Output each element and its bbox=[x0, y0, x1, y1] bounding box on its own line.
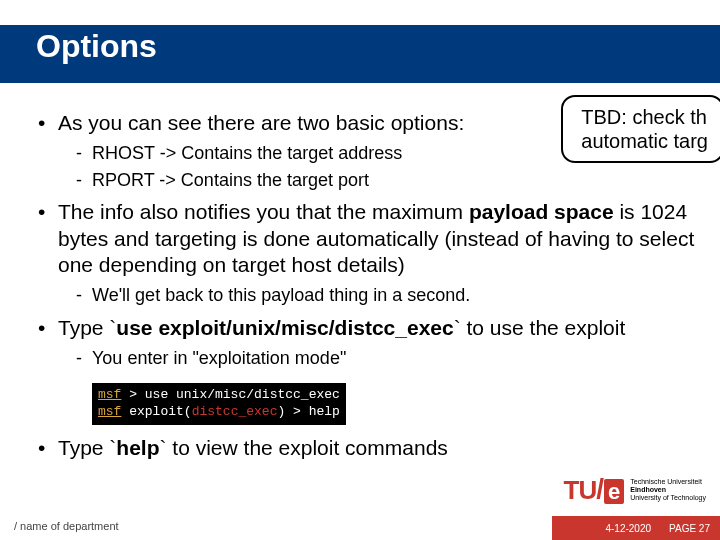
tue-slash-icon: / bbox=[596, 473, 604, 505]
tue-tu: TU bbox=[564, 475, 597, 505]
footer-department: / name of department bbox=[14, 520, 119, 532]
text-fragment: The info also notifies you that the maxi… bbox=[58, 200, 469, 223]
footer-date: 4-12-2020 bbox=[605, 523, 651, 534]
tue-logo-text: Technische Universiteit Eindhoven Univer… bbox=[630, 478, 706, 501]
subbullet-exploitation-mode: You enter in "exploitation mode" bbox=[58, 347, 710, 370]
text-fragment: Type ` bbox=[58, 436, 116, 459]
term-prompt-msf: msf bbox=[98, 404, 121, 419]
text-fragment: ` to view the exploit commands bbox=[160, 436, 448, 459]
footer-band: 4-12-2020 PAGE 27 bbox=[552, 516, 720, 540]
terminal-line: msf exploit(distcc_exec) > help bbox=[98, 404, 340, 421]
tue-logo-mark: TU/e bbox=[564, 474, 625, 506]
bold-payload-space: payload space bbox=[469, 200, 614, 223]
bold-help: help bbox=[116, 436, 159, 459]
bullet-use-exploit: Type `use exploit/unix/misc/distcc_exec`… bbox=[36, 315, 710, 370]
tue-text-line: Technische Universiteit bbox=[630, 478, 702, 485]
tue-text-line-bold: Eindhoven bbox=[630, 486, 666, 493]
tue-text-line: University of Technology bbox=[630, 494, 706, 501]
text-fragment: ` to use the exploit bbox=[454, 316, 626, 339]
footer-page: PAGE 27 bbox=[669, 523, 710, 534]
term-exploit-name: distcc_exec bbox=[192, 404, 278, 419]
term-fragment: exploit( bbox=[121, 404, 191, 419]
tue-e: e bbox=[604, 479, 624, 504]
term-cmd: > use unix/misc/distcc_exec bbox=[121, 387, 339, 402]
subbullet-payload-later: We'll get back to this payload thing in … bbox=[58, 284, 710, 307]
terminal-line: msf > use unix/misc/distcc_exec bbox=[98, 387, 340, 404]
slide: Options TBD: check th automatic targ As … bbox=[0, 0, 720, 540]
subbullet-rport: RPORT -> Contains the target port bbox=[58, 169, 710, 192]
tue-logo: TU/e Technische Universiteit Eindhoven U… bbox=[564, 474, 706, 506]
subbullet-rhost: RHOST -> Contains the target address bbox=[58, 142, 710, 165]
terminal-screenshot: msf > use unix/misc/distcc_exec msf expl… bbox=[92, 383, 346, 425]
slide-title: Options bbox=[36, 28, 157, 65]
term-fragment: ) > help bbox=[277, 404, 339, 419]
term-prompt-msf: msf bbox=[98, 387, 121, 402]
slide-body: As you can see there are two basic optio… bbox=[36, 110, 710, 469]
bullet-text: As you can see there are two basic optio… bbox=[58, 111, 464, 134]
text-fragment: Type ` bbox=[58, 316, 116, 339]
bullet-payload-space: The info also notifies you that the maxi… bbox=[36, 199, 710, 306]
bullet-type-help: Type `help` to view the exploit commands bbox=[36, 435, 710, 461]
bullet-options: As you can see there are two basic optio… bbox=[36, 110, 710, 191]
bold-exploit-path: use exploit/unix/misc/distcc_exec bbox=[116, 316, 453, 339]
